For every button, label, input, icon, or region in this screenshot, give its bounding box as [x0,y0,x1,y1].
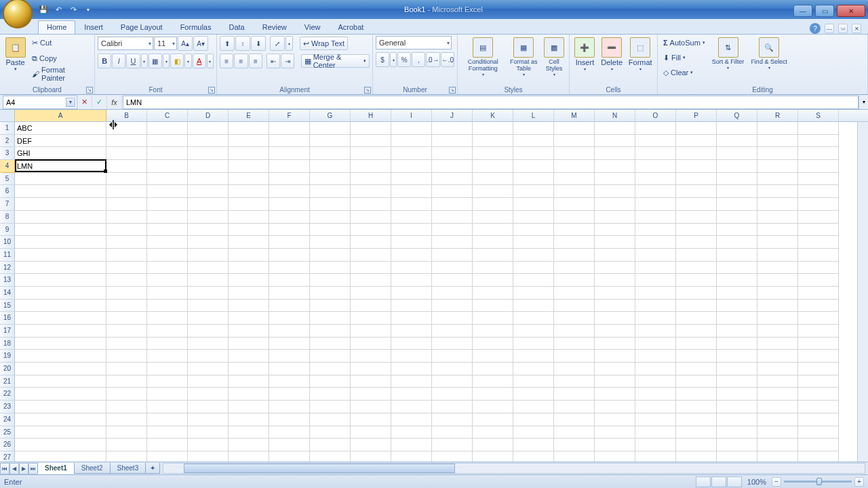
save-icon[interactable]: 💾 [37,3,50,16]
increase-indent-button[interactable]: ⇥ [281,54,294,68]
cell-P21[interactable] [676,375,717,388]
italic-button[interactable]: I [112,54,125,68]
cell-P15[interactable] [676,300,717,312]
cell-L4[interactable] [513,160,554,173]
row-header-25[interactable]: 25 [0,426,15,439]
tab-acrobat[interactable]: Acrobat [329,20,372,34]
col-header-J[interactable]: J [432,110,473,121]
cell-I10[interactable] [391,236,432,249]
cell-D24[interactable] [188,413,229,426]
cell-O8[interactable] [635,211,676,224]
cell-J10[interactable] [432,236,473,249]
cell-K26[interactable] [473,439,513,451]
cell-R4[interactable] [757,160,798,173]
cell-R8[interactable] [757,211,798,224]
cell-I26[interactable] [391,439,432,451]
cell-G26[interactable] [310,439,351,451]
cell-F27[interactable] [269,451,310,462]
cell-P23[interactable] [676,401,717,413]
cell-Q21[interactable] [717,375,757,388]
row-header-23[interactable]: 23 [0,401,15,413]
cell-I1[interactable] [391,122,432,135]
cell-G9[interactable] [310,224,351,237]
col-header-R[interactable]: R [757,110,798,121]
cell-D21[interactable] [188,375,229,388]
cell-R6[interactable] [757,185,798,198]
cell-F11[interactable] [269,249,310,262]
cell-D15[interactable] [188,300,229,312]
font-color-button[interactable]: A [193,54,206,68]
row-header-11[interactable]: 11 [0,249,15,262]
cell-I9[interactable] [391,224,432,237]
cell-R15[interactable] [757,300,798,312]
fill-color-button[interactable]: ◧ [170,54,184,68]
delete-cells-button[interactable]: ➖Delete▾ [599,36,625,73]
cell-I4[interactable] [391,160,432,173]
cell-R17[interactable] [757,325,798,338]
cell-S13[interactable] [798,274,839,287]
cell-E4[interactable] [229,160,269,173]
cell-J27[interactable] [432,451,473,462]
cell-R11[interactable] [757,249,798,262]
cell-E11[interactable] [229,249,269,262]
cell-K12[interactable] [473,262,513,274]
cell-H16[interactable] [351,312,391,325]
cell-N14[interactable] [595,287,635,300]
cell-D4[interactable] [188,160,229,173]
row-header-20[interactable]: 20 [0,363,15,375]
cell-E25[interactable] [229,426,269,439]
cell-B12[interactable] [106,262,147,274]
cell-A15[interactable] [15,300,106,312]
cell-K8[interactable] [473,211,513,224]
tab-data[interactable]: Data [220,20,253,34]
cell-D11[interactable] [188,249,229,262]
cell-A18[interactable] [15,338,106,350]
cell-O22[interactable] [635,388,676,401]
cell-F20[interactable] [269,363,310,375]
cell-C22[interactable] [147,388,188,401]
cell-B19[interactable] [106,350,147,363]
shrink-font-button[interactable]: A▾ [193,36,208,51]
cell-N1[interactable] [595,122,635,135]
cell-C4[interactable] [147,160,188,173]
close-workbook-button[interactable]: ✕ [852,24,861,33]
cell-M10[interactable] [554,236,595,249]
cell-C12[interactable] [147,262,188,274]
zoom-out-button[interactable]: − [772,477,781,487]
row-header-10[interactable]: 10 [0,236,15,249]
cell-I2[interactable] [391,135,432,148]
cell-N7[interactable] [595,198,635,211]
cut-button[interactable]: ✂Cut [29,36,92,49]
font-dialog-launcher[interactable]: ↘ [208,87,215,94]
cell-L3[interactable] [513,147,554,160]
cell-L2[interactable] [513,135,554,148]
enter-formula-button[interactable]: ✓ [92,96,107,109]
underline-button[interactable]: U [126,54,140,68]
format-as-table-button[interactable]: ▦Format as Table▾ [507,36,540,78]
cell-C1[interactable] [147,122,188,135]
sheet-tab-3[interactable]: Sheet3 [110,463,146,474]
cell-M13[interactable] [554,274,595,287]
row-header-5[interactable]: 5 [0,173,15,186]
cell-S18[interactable] [798,338,839,350]
cell-H4[interactable] [351,160,391,173]
row-header-1[interactable]: 1 [0,122,15,135]
cell-S14[interactable] [798,287,839,300]
cell-H17[interactable] [351,325,391,338]
cell-D23[interactable] [188,401,229,413]
cell-E8[interactable] [229,211,269,224]
cell-J15[interactable] [432,300,473,312]
cell-B14[interactable] [106,287,147,300]
tab-review[interactable]: Review [254,20,296,34]
cell-D13[interactable] [188,274,229,287]
cell-M14[interactable] [554,287,595,300]
cell-Q12[interactable] [717,262,757,274]
cell-L26[interactable] [513,439,554,451]
cell-S24[interactable] [798,413,839,426]
cell-L19[interactable] [513,350,554,363]
cell-H18[interactable] [351,338,391,350]
cell-J22[interactable] [432,388,473,401]
cell-R2[interactable] [757,135,798,148]
cell-M5[interactable] [554,173,595,186]
cell-L20[interactable] [513,363,554,375]
